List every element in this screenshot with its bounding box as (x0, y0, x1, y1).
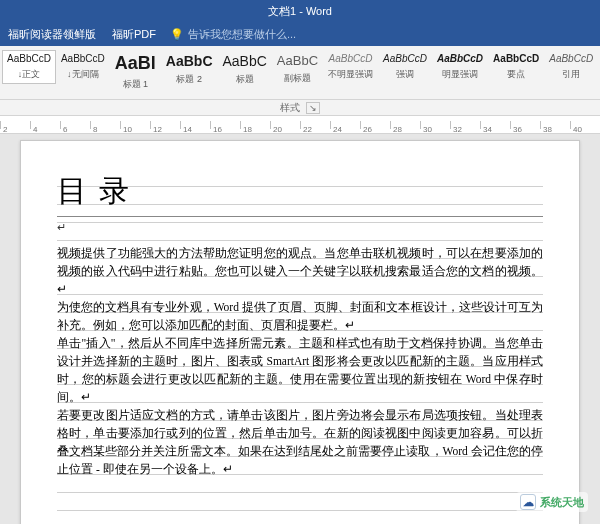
ruler-tick: 6 (60, 121, 90, 129)
style-name-label: 不明显强调 (328, 68, 373, 81)
ruler-tick: 30 (420, 121, 450, 129)
ruler-tick: 32 (450, 121, 480, 129)
ruler-tick: 12 (150, 121, 180, 129)
style-name-label: ↓无间隔 (61, 68, 105, 81)
paragraph-mark[interactable]: ↵ (57, 221, 543, 234)
style-item-6[interactable]: AaBbCcD不明显强调 (323, 50, 378, 84)
body-paragraph[interactable]: 若要更改图片适应文档的方式，请单击该图片，图片旁边将会显示布局选项按钮。当处理表… (57, 406, 543, 478)
ruler-number: 34 (483, 125, 492, 134)
ruler-tick: 16 (210, 121, 240, 129)
body-paragraph[interactable]: 单击"插入"，然后从不同库中选择所需元素。主题和样式也有助于文档保持协调。当您单… (57, 334, 543, 406)
addin-tab-foxit-reader[interactable]: 福昕阅读器领鲜版 (0, 27, 104, 42)
watermark-logo-icon: ☁ (520, 494, 536, 510)
ribbon-group-label-row: 样式 ↘ (0, 100, 600, 116)
style-preview: AaBbCcD (61, 53, 105, 64)
ruler-number: 20 (273, 125, 282, 134)
ruler-number: 10 (123, 125, 132, 134)
ruler-number: 32 (453, 125, 462, 134)
page[interactable]: 目录 ↵ 视频提供了功能强大的方法帮助您证明您的观点。当您单击联机视频时，可以在… (20, 140, 580, 524)
horizontal-ruler[interactable]: 246810121416182022242628303234363840 (0, 116, 600, 134)
ruler-number: 24 (333, 125, 342, 134)
style-name-label: 要点 (493, 68, 539, 81)
ruler-tick: 36 (510, 121, 540, 129)
ruler-number: 8 (93, 125, 97, 134)
style-name-label: ↓正文 (7, 68, 51, 81)
tell-me-placeholder: 告诉我您想要做什么... (188, 27, 296, 42)
style-preview: AaBbC (166, 53, 213, 69)
style-name-label: 副标题 (277, 72, 318, 85)
ruler-number: 16 (213, 125, 222, 134)
style-item-4[interactable]: AaBbC标题 (218, 50, 272, 89)
ruler-tick: 26 (360, 121, 390, 129)
ruler-number: 12 (153, 125, 162, 134)
ruler-number: 40 (573, 125, 582, 134)
ruler-number: 18 (243, 125, 252, 134)
ruler-number: 22 (303, 125, 312, 134)
window-title: 文档1 - Word (268, 4, 332, 19)
body-text[interactable]: 视频提供了功能强大的方法帮助您证明您的观点。当您单击联机视频时，可以在想要添加的… (57, 244, 543, 478)
watermark: ☁ 系统天地 (516, 492, 588, 512)
toc-rule (57, 216, 543, 217)
style-name-label: 标题 2 (166, 73, 213, 86)
style-name-label: 明显强调 (437, 68, 483, 81)
style-item-9[interactable]: AaBbCcD要点 (488, 50, 544, 84)
addin-tab-foxit-pdf[interactable]: 福昕PDF (104, 27, 164, 42)
style-item-3[interactable]: AaBbC标题 2 (161, 50, 218, 89)
ruler-tick: 34 (480, 121, 510, 129)
body-paragraph[interactable]: 为使您的文档具有专业外观，Word 提供了页眉、页脚、封面和文本框设计，这些设计… (57, 298, 543, 334)
ruler-tick: 10 (120, 121, 150, 129)
document-canvas: 目录 ↵ 视频提供了功能强大的方法帮助您证明您的观点。当您单击联机视频时，可以在… (0, 134, 600, 524)
ruler-tick: 18 (240, 121, 270, 129)
ruler-tick: 4 (30, 121, 60, 129)
style-item-2[interactable]: AaBl标题 1 (110, 50, 161, 94)
ruler-tick: 38 (540, 121, 570, 129)
ruler-tick: 40 (570, 121, 600, 129)
ruler-tick: 28 (390, 121, 420, 129)
style-preview: AaBbCcD (7, 53, 51, 64)
style-item-5[interactable]: AaBbC副标题 (272, 50, 323, 88)
styles-dialog-launcher-icon[interactable]: ↘ (306, 102, 320, 114)
body-paragraph[interactable]: 视频提供了功能强大的方法帮助您证明您的观点。当您单击联机视频时，可以在想要添加的… (57, 244, 543, 298)
style-preview: AaBbCcD (383, 53, 427, 64)
ruler-number: 38 (543, 125, 552, 134)
ruler-number: 30 (423, 125, 432, 134)
ruler-tick: 2 (0, 121, 30, 129)
style-name-label: 标题 (223, 73, 267, 86)
title-bar: 文档1 - Word (0, 0, 600, 22)
ruler-number: 14 (183, 125, 192, 134)
ruler-number: 26 (363, 125, 372, 134)
ribbon-tabs-row: 福昕阅读器领鲜版 福昕PDF 💡 告诉我您想要做什么... (0, 22, 600, 46)
ruler-tick: 14 (180, 121, 210, 129)
ruler-tick: 24 (330, 121, 360, 129)
style-item-1[interactable]: AaBbCcD↓无间隔 (56, 50, 110, 84)
styles-group-label: 样式 (280, 101, 300, 115)
style-preview: AaBbCcD (493, 53, 539, 64)
ruler-tick: 20 (270, 121, 300, 129)
style-item-10[interactable]: AaBbCcD引用 (544, 50, 598, 84)
ruler-ticks: 246810121416182022242628303234363840 (0, 116, 600, 133)
ruler-number: 6 (63, 125, 67, 134)
style-preview: AaBbC (277, 53, 318, 68)
style-name-label: 强调 (383, 68, 427, 81)
style-name-label: 引用 (549, 68, 593, 81)
ruler-number: 4 (33, 125, 37, 134)
style-item-0[interactable]: AaBbCcD↓正文 (2, 50, 56, 84)
lightbulb-icon: 💡 (170, 28, 184, 41)
style-item-8[interactable]: AaBbCcD明显强调 (432, 50, 488, 84)
styles-gallery: AaBbCcD↓正文AaBbCcD↓无间隔AaBl标题 1AaBbC标题 2Aa… (0, 46, 600, 100)
ruler-number: 2 (3, 125, 7, 134)
style-preview: AaBbCcD (437, 53, 483, 64)
style-preview: AaBl (115, 53, 156, 74)
watermark-text: 系统天地 (540, 495, 584, 510)
ruler-number: 28 (393, 125, 402, 134)
toc-heading[interactable]: 目录 (57, 171, 543, 216)
style-preview: AaBbCcD (328, 53, 373, 64)
tell-me-search[interactable]: 💡 告诉我您想要做什么... (170, 27, 296, 42)
style-name-label: 标题 1 (115, 78, 156, 91)
style-preview: AaBbC (223, 53, 267, 69)
ruler-tick: 22 (300, 121, 330, 129)
ruler-number: 36 (513, 125, 522, 134)
style-preview: AaBbCcD (549, 53, 593, 64)
ruler-tick: 8 (90, 121, 120, 129)
style-item-7[interactable]: AaBbCcD强调 (378, 50, 432, 84)
